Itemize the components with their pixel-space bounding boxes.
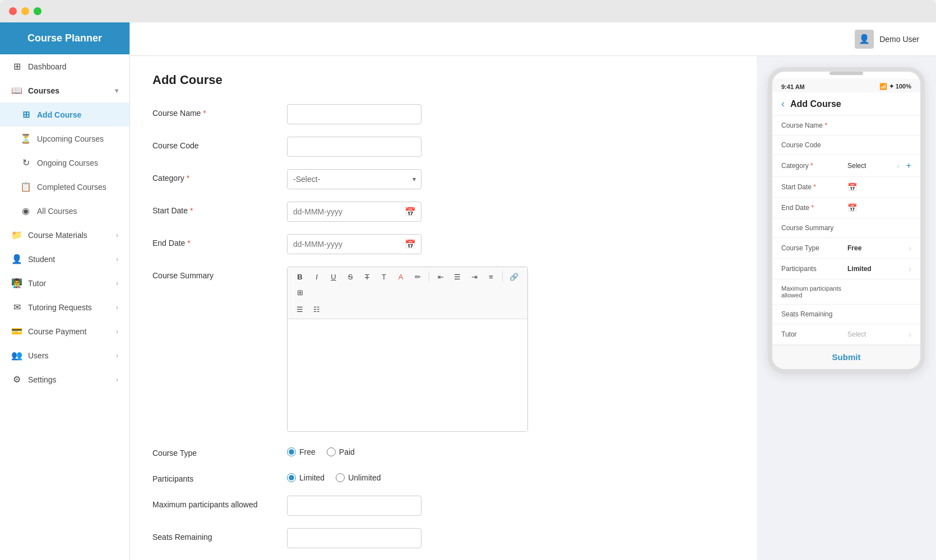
font-style-button[interactable]: T (376, 269, 392, 284)
end-date-input[interactable] (287, 234, 421, 254)
paid-radio-option[interactable]: Paid (327, 447, 355, 456)
align-right-button[interactable]: ⇥ (466, 269, 482, 284)
justify-button[interactable]: ≡ (483, 269, 499, 284)
sidebar-item-dashboard[interactable]: ⊞ Dashboard (0, 54, 129, 78)
category-row: Category * -Select- ▾ (152, 169, 734, 189)
maximize-dot[interactable] (34, 7, 41, 15)
highlight-button[interactable]: ✏ (410, 269, 425, 284)
toolbar-divider (502, 271, 503, 282)
align-left-button[interactable]: ⇤ (433, 269, 448, 284)
sidebar-item-tutoring-requests[interactable]: ✉ Tutoring Requests › (0, 295, 129, 319)
sidebar-item-label: All Courses (37, 207, 77, 216)
start-date-label: Start Date * (152, 202, 276, 215)
sidebar-item-label: Tutoring Requests (28, 303, 92, 312)
limited-radio-option[interactable]: Limited (287, 473, 325, 482)
courses-icon: 📖 (11, 85, 22, 96)
start-date-wrapper: 📅 (287, 202, 421, 222)
upcoming-icon: ⏳ (20, 133, 31, 144)
unlimited-radio-option[interactable]: Unlimited (336, 473, 381, 482)
sidebar-item-add-course[interactable]: ⊞ Add Course (0, 102, 129, 127)
phone-field-start-date[interactable]: Start Date * 📅 (772, 177, 920, 198)
sidebar-item-course-materials[interactable]: 📁 Course Materials › (0, 223, 129, 247)
phone-field-course-name: Course Name * (772, 116, 920, 136)
sidebar-item-course-payment[interactable]: 💳 Course Payment › (0, 319, 129, 343)
unordered-list-button[interactable]: ☰ (292, 302, 308, 316)
category-select[interactable]: -Select- (287, 169, 421, 189)
link-button[interactable]: 🔗 (506, 269, 522, 284)
unlimited-radio[interactable] (336, 473, 345, 482)
phone-field-tutor[interactable]: Tutor Select › (772, 324, 920, 345)
unlimited-label: Unlimited (348, 473, 381, 482)
rte-toolbar: B I U S T̶ T A ✏ ⇤ ☰ (288, 267, 527, 319)
phone-status-bar: 9:41 AM 📶 ✦ 100% (772, 78, 920, 92)
close-dot[interactable] (9, 7, 17, 15)
phone-frame: 9:41 AM 📶 ✦ 100% ‹ Add Course Course Nam… (768, 67, 925, 374)
ordered-list-button[interactable]: ☷ (309, 302, 325, 316)
table-button[interactable]: ⊞ (292, 285, 308, 300)
start-date-input[interactable] (287, 202, 421, 222)
phone-field-participants[interactable]: Participants Limited › (772, 259, 920, 279)
max-participants-row: Maximum participants allowed (152, 496, 734, 516)
chevron-right-icon: › (116, 255, 118, 263)
max-participants-input[interactable] (287, 496, 421, 516)
phone-signal: 9:41 AM (781, 83, 805, 90)
clear-format-button[interactable]: T̶ (359, 269, 375, 284)
phone-back-button[interactable]: ‹ (781, 98, 785, 110)
sidebar-item-users[interactable]: 👥 Users › (0, 343, 129, 367)
dashboard-icon: ⊞ (11, 61, 22, 72)
sidebar-item-courses[interactable]: 📖 Courses ▾ (0, 78, 129, 102)
paid-label: Paid (339, 447, 355, 456)
rte-wrapper: B I U S T̶ T A ✏ ⇤ ☰ (287, 267, 528, 432)
sidebar-item-upcoming-courses[interactable]: ⏳ Upcoming Courses (0, 127, 129, 151)
free-radio[interactable] (287, 447, 296, 456)
sidebar-item-label: Add Course (37, 110, 81, 119)
participants-radio-group: Limited Unlimited (287, 470, 381, 482)
main-area: 👤 Demo User Add Course Course Name * Cou… (130, 22, 936, 560)
phone-submit-button[interactable]: Submit (832, 352, 861, 362)
tutoring-icon: ✉ (11, 302, 22, 312)
end-date-row: End Date * 📅 (152, 234, 734, 254)
minimize-dot[interactable] (21, 7, 29, 15)
free-label: Free (299, 447, 316, 456)
course-name-row: Course Name * (152, 104, 734, 124)
phone-form: Course Name * Course Code Category * Sel… (772, 116, 920, 369)
participants-row: Participants Limited Unlimited (152, 470, 734, 483)
course-code-row: Course Code (152, 137, 734, 157)
participants-label: Participants (152, 470, 276, 483)
user-info: 👤 Demo User (855, 30, 919, 49)
sidebar-item-tutor[interactable]: 👨‍🏫 Tutor › (0, 271, 129, 295)
phone-field-course-summary: Course Summary (772, 218, 920, 238)
sidebar-item-settings[interactable]: ⚙ Settings › (0, 367, 129, 391)
phone-course-type-label: Course Type (781, 244, 843, 252)
phone-field-course-code: Course Code (772, 136, 920, 155)
underline-button[interactable]: U (326, 269, 341, 284)
sidebar-item-student[interactable]: 👤 Student › (0, 247, 129, 271)
limited-label: Limited (299, 473, 325, 482)
phone-field-course-type[interactable]: Course Type Free › (772, 238, 920, 259)
limited-radio[interactable] (287, 473, 296, 482)
paid-radio[interactable] (327, 447, 336, 456)
sidebar-item-completed-courses[interactable]: 📋 Completed Courses (0, 175, 129, 199)
align-center-button[interactable]: ☰ (450, 269, 465, 284)
phone-field-end-date[interactable]: End Date * 📅 (772, 198, 920, 218)
sidebar-item-all-courses[interactable]: ◉ All Courses (0, 199, 129, 223)
seats-remaining-input[interactable] (287, 528, 421, 548)
chevron-right-icon: › (116, 328, 118, 335)
font-color-button[interactable]: A (393, 269, 409, 284)
italic-button[interactable]: I (309, 269, 325, 284)
bold-button[interactable]: B (292, 269, 308, 284)
sidebar-item-ongoing-courses[interactable]: ↻ Ongoing Courses (0, 151, 129, 175)
course-name-input[interactable] (287, 104, 421, 124)
course-code-input[interactable] (287, 137, 421, 157)
category-select-wrapper: -Select- ▾ (287, 169, 421, 189)
completed-icon: 📋 (20, 181, 31, 192)
phone-field-category[interactable]: Category * Select › + (772, 155, 920, 177)
strikethrough-button[interactable]: S (342, 269, 358, 284)
rte-body[interactable] (288, 319, 527, 431)
sidebar-item-label: Student (28, 255, 55, 264)
phone-course-type-value: Free (847, 244, 904, 252)
phone-header-title: Add Course (790, 99, 841, 109)
toolbar-divider (429, 271, 429, 282)
free-radio-option[interactable]: Free (287, 447, 316, 456)
chevron-right-icon: › (116, 376, 118, 384)
